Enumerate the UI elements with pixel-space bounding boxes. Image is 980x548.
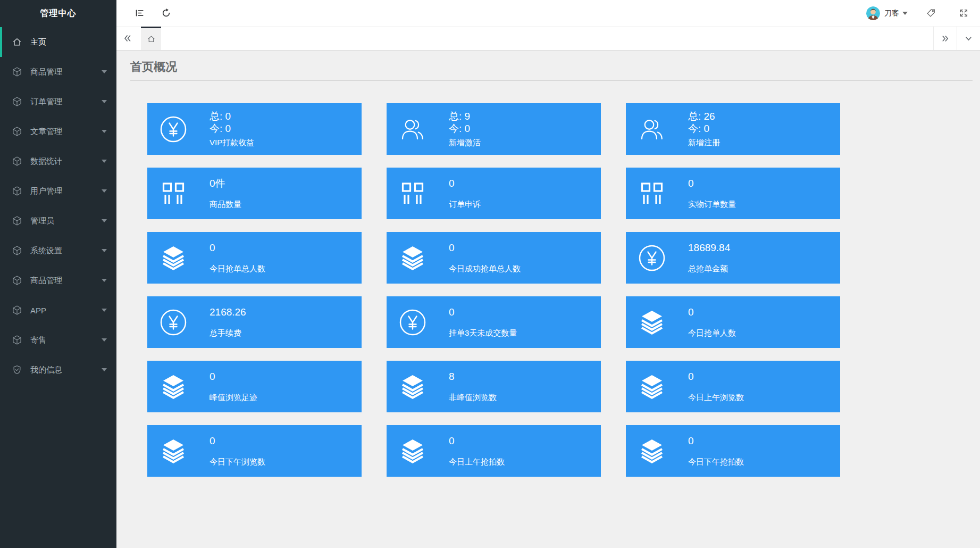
stat-value: 18689.84 bbox=[688, 242, 730, 254]
main-area: 首页概况 总: 0今: 0VIP打款收益总: 9今: 0新增激活总: 26今: … bbox=[116, 51, 980, 548]
topbar: 刀客 bbox=[116, 0, 980, 27]
stat-card-goods-count: 0件商品数量 bbox=[147, 168, 362, 219]
sidebar-nav: 主页商品管理订单管理文章管理数据统计用户管理管理员系统设置商品管理APP寄售我的… bbox=[0, 27, 116, 385]
stat-card-today-pm-views: 0今日下午浏览数 bbox=[147, 425, 362, 477]
chevron-down-icon[interactable] bbox=[957, 27, 980, 50]
chevrons-left-icon[interactable] bbox=[116, 27, 139, 50]
stat-card-new-registrations: 总: 26今: 0新增注册 bbox=[626, 103, 840, 155]
sidebar-item-label: 数据统计 bbox=[30, 156, 62, 167]
sidebar-item-my-info[interactable]: 我的信息 bbox=[0, 355, 116, 385]
goods-icon bbox=[636, 181, 667, 206]
app-layout: 管理中心 主页商品管理订单管理文章管理数据统计用户管理管理员系统设置商品管理AP… bbox=[0, 0, 980, 548]
stat-label: 商品数量 bbox=[210, 200, 241, 210]
stat-card-vip-payout-income: 总: 0今: 0VIP打款收益 bbox=[147, 103, 362, 155]
sidebar-item-label: APP bbox=[30, 306, 46, 315]
stat-value: 今: 0 bbox=[449, 122, 481, 135]
home-icon bbox=[12, 37, 22, 47]
sidebar-item-order-mgmt[interactable]: 订单管理 bbox=[0, 87, 116, 117]
content-column: 刀客 bbox=[116, 0, 980, 548]
caret-down-icon bbox=[102, 279, 107, 282]
stat-card-body: 0今日下午浏览数 bbox=[210, 435, 265, 467]
stat-card-new-activations: 总: 9今: 0新增激活 bbox=[387, 103, 601, 155]
stat-value: 0件 bbox=[210, 177, 241, 189]
stat-label: 实物订单数量 bbox=[688, 200, 736, 210]
cube-icon bbox=[12, 126, 22, 137]
tag-icon[interactable] bbox=[925, 7, 936, 19]
caret-down-icon bbox=[102, 160, 107, 163]
stat-value: 0 bbox=[210, 435, 265, 447]
stat-card-body: 0实物订单数量 bbox=[688, 177, 736, 210]
sidebar-item-article-mgmt[interactable]: 文章管理 bbox=[0, 117, 116, 146]
stat-label: 新增激活 bbox=[449, 138, 481, 148]
sidebar-item-app[interactable]: APP bbox=[0, 295, 116, 325]
sidebar-item-data-stats[interactable]: 数据统计 bbox=[0, 146, 116, 176]
stat-value: 今: 0 bbox=[210, 122, 254, 135]
stat-card-pending-3day-unsold: 0挂单3天未成交数量 bbox=[387, 296, 601, 348]
stat-label: 订单申诉 bbox=[449, 200, 481, 210]
stat-card-offpeak-views: 8非峰值浏览数 bbox=[387, 361, 601, 412]
stat-label: 总手续费 bbox=[210, 328, 246, 338]
collapse-menu-icon[interactable] bbox=[133, 7, 145, 19]
shield-check-icon bbox=[12, 364, 22, 375]
layers-icon bbox=[636, 437, 667, 465]
sidebar-item-label: 系统设置 bbox=[30, 246, 62, 256]
stat-card-body: 0挂单3天未成交数量 bbox=[449, 306, 517, 338]
stat-label: VIP打款收益 bbox=[210, 138, 254, 148]
sidebar-item-home[interactable]: 主页 bbox=[0, 27, 116, 57]
layers-icon bbox=[158, 244, 189, 272]
stat-card-body: 总: 9今: 0新增激活 bbox=[449, 110, 481, 148]
chevrons-right-icon[interactable] bbox=[933, 27, 957, 50]
stat-label: 今日抢单人数 bbox=[688, 328, 736, 338]
stat-card-total-grab-amount: 18689.84总抢单金额 bbox=[626, 232, 840, 284]
user-avatar[interactable] bbox=[866, 6, 880, 20]
sidebar-item-goods-mgmt[interactable]: 商品管理 bbox=[0, 57, 116, 87]
stat-value: 0 bbox=[449, 306, 517, 318]
tabbar bbox=[116, 27, 980, 51]
topbar-right: 刀客 bbox=[866, 6, 980, 20]
stat-label: 今日下午浏览数 bbox=[210, 457, 265, 467]
users-icon bbox=[397, 115, 428, 143]
sidebar-item-system-settings[interactable]: 系统设置 bbox=[0, 236, 116, 265]
caret-down-icon bbox=[102, 219, 107, 222]
refresh-icon[interactable] bbox=[160, 7, 172, 19]
cube-icon bbox=[12, 67, 22, 77]
sidebar-item-label: 我的信息 bbox=[30, 365, 62, 375]
stat-label: 今日成功抢单总人数 bbox=[449, 264, 521, 274]
layers-icon bbox=[158, 373, 189, 401]
stat-cards-grid: 总: 0今: 0VIP打款收益总: 9今: 0新增激活总: 26今: 0新增注册… bbox=[116, 81, 980, 498]
stat-card-body: 0今日上午浏览数 bbox=[688, 370, 744, 403]
sidebar-item-admin[interactable]: 管理员 bbox=[0, 206, 116, 236]
stat-card-body: 0订单申诉 bbox=[449, 177, 481, 210]
stat-value: 0 bbox=[688, 177, 736, 189]
sidebar-item-label: 管理员 bbox=[30, 216, 54, 226]
sidebar-item-goods-mgmt-2[interactable]: 商品管理 bbox=[0, 265, 116, 295]
cube-icon bbox=[12, 275, 22, 286]
stat-value: 0 bbox=[688, 370, 744, 383]
stat-value: 0 bbox=[210, 242, 265, 254]
cube-icon bbox=[12, 335, 22, 345]
sidebar-item-user-mgmt[interactable]: 用户管理 bbox=[0, 176, 116, 206]
layers-icon bbox=[397, 373, 428, 401]
user-name[interactable]: 刀客 bbox=[884, 9, 899, 18]
sidebar-item-label: 订单管理 bbox=[30, 97, 62, 107]
fullscreen-icon[interactable] bbox=[958, 7, 969, 19]
stat-card-today-pm-grabs: 0今日下午抢拍数 bbox=[626, 425, 840, 477]
stat-label: 挂单3天未成交数量 bbox=[449, 328, 517, 338]
stat-card-body: 总: 26今: 0新增注册 bbox=[688, 110, 720, 148]
caret-down-icon bbox=[102, 368, 107, 371]
stat-label: 非峰值浏览数 bbox=[449, 393, 497, 403]
caret-down-icon[interactable] bbox=[902, 12, 908, 15]
stat-card-today-am-views: 0今日上午浏览数 bbox=[626, 361, 840, 412]
stat-card-body: 0今日上午抢拍数 bbox=[449, 435, 505, 467]
stat-value: 0 bbox=[688, 306, 736, 318]
stat-value: 2168.26 bbox=[210, 306, 246, 318]
sidebar-item-consignment[interactable]: 寄售 bbox=[0, 325, 116, 355]
stat-card-total-fee: 2168.26总手续费 bbox=[147, 296, 362, 348]
tab-home[interactable] bbox=[141, 27, 161, 50]
layers-icon bbox=[158, 437, 189, 465]
goods-icon bbox=[158, 181, 189, 206]
caret-down-icon bbox=[102, 249, 107, 252]
stat-card-body: 0今日抢单总人数 bbox=[210, 242, 265, 274]
stat-value: 0 bbox=[449, 177, 481, 189]
cube-icon bbox=[12, 186, 22, 196]
